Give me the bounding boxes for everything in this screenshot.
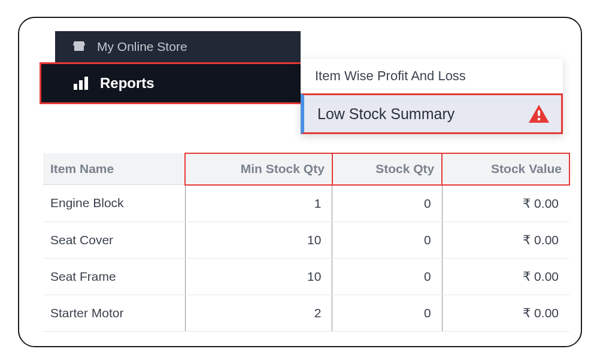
sidebar-reports-label: Reports: [100, 75, 154, 92]
header-item-name: Item Name: [43, 153, 185, 185]
cell-stock-value: ₹ 0.00: [442, 185, 569, 222]
bar-chart-icon: [74, 77, 89, 90]
cell-item-name: Engine Block: [43, 185, 185, 222]
cell-item-name: Seat Frame: [43, 258, 185, 295]
sidebar-store-label: My Online Store: [97, 40, 187, 54]
cell-min-qty: 10: [185, 222, 332, 258]
sidebar-item-reports[interactable]: Reports: [40, 62, 316, 104]
sidebar-item-store[interactable]: My Online Store: [55, 31, 301, 62]
reports-submenu: Item Wise Profit And Loss Low Stock Summ…: [301, 59, 563, 134]
table-row: Seat Cover 10 0 ₹ 0.00: [43, 222, 569, 258]
svg-rect-4: [538, 110, 540, 116]
submenu-item-low-stock[interactable]: Low Stock Summary: [301, 93, 563, 134]
cell-stock-qty: 0: [332, 258, 442, 295]
cell-stock-qty: 0: [332, 222, 442, 258]
header-stock-qty: Stock Qty: [332, 153, 442, 185]
svg-rect-2: [79, 80, 83, 90]
table-row: Seat Frame 10 0 ₹ 0.00: [43, 258, 569, 295]
cell-stock-qty: 0: [332, 295, 442, 331]
cell-min-qty: 1: [185, 185, 332, 222]
submenu-profit-loss-label: Item Wise Profit And Loss: [315, 68, 466, 83]
cell-item-name: Starter Motor: [43, 295, 185, 331]
table-row: Engine Block 1 0 ₹ 0.00: [43, 185, 569, 222]
svg-point-5: [538, 118, 541, 121]
cell-stock-value: ₹ 0.00: [442, 295, 569, 331]
table-header-row: Item Name Min Stock Qty Stock Qty Stock …: [43, 153, 569, 185]
cell-min-qty: 2: [185, 295, 332, 331]
table-row: Starter Motor 2 0 ₹ 0.00: [43, 295, 569, 331]
cell-min-qty: 10: [185, 258, 332, 295]
header-stock-value: Stock Value: [442, 153, 569, 185]
cell-stock-value: ₹ 0.00: [442, 222, 569, 258]
store-icon: [72, 40, 86, 53]
svg-rect-3: [84, 77, 88, 90]
cell-stock-value: ₹ 0.00: [442, 258, 569, 295]
cell-stock-qty: 0: [332, 185, 442, 222]
svg-rect-1: [74, 84, 77, 90]
submenu-item-profit-loss[interactable]: Item Wise Profit And Loss: [301, 59, 563, 93]
header-min-stock-qty: Min Stock Qty: [185, 153, 332, 185]
sidebar: My Online Store Reports: [55, 31, 301, 104]
low-stock-table: Item Name Min Stock Qty Stock Qty Stock …: [43, 153, 570, 332]
cell-item-name: Seat Cover: [43, 222, 185, 258]
app-card: My Online Store Reports Item Wise Profit…: [18, 17, 582, 347]
alert-icon: [529, 105, 549, 123]
submenu-low-stock-label: Low Stock Summary: [317, 105, 454, 123]
